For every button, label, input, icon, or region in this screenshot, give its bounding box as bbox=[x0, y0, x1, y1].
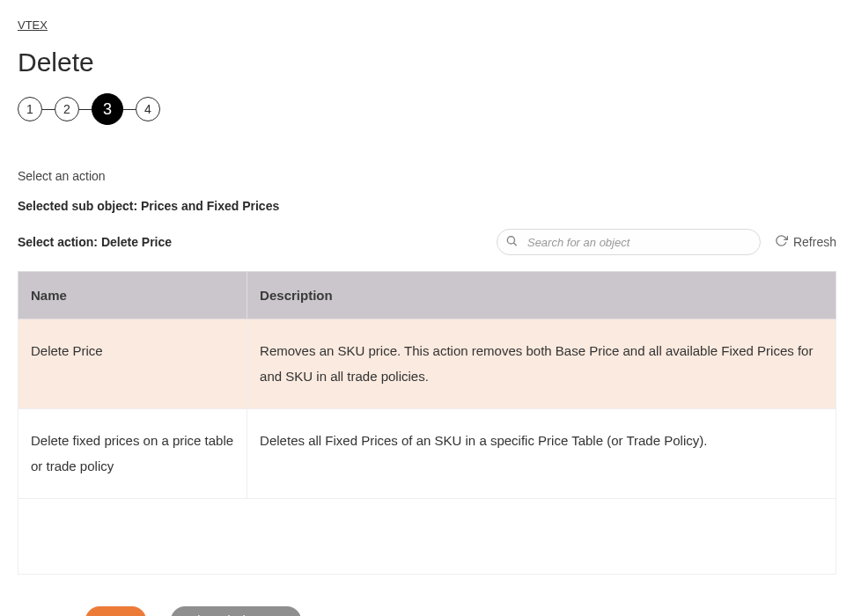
back-button[interactable]: ‹ Back bbox=[23, 613, 61, 617]
refresh-button[interactable]: Refresh bbox=[775, 234, 836, 250]
refresh-icon bbox=[775, 234, 788, 250]
row-description: Deletes all Fixed Prices of an SKU in a … bbox=[247, 409, 836, 499]
selected-sub-object: Selected sub object: Prices and Fixed Pr… bbox=[18, 199, 836, 213]
step-1[interactable]: 1 bbox=[18, 97, 42, 121]
col-header-name: Name bbox=[18, 272, 247, 319]
search-box bbox=[497, 229, 761, 255]
refresh-label: Refresh bbox=[793, 235, 836, 249]
step-4[interactable]: 4 bbox=[136, 97, 160, 121]
back-label: Back bbox=[32, 613, 61, 617]
search-input[interactable] bbox=[497, 229, 761, 255]
col-header-description: Description bbox=[247, 272, 836, 319]
stepper: 1234 bbox=[18, 93, 836, 125]
table-empty-row bbox=[18, 499, 836, 575]
actions-table: Name Description Delete PriceRemoves an … bbox=[18, 271, 836, 575]
step-line bbox=[79, 109, 92, 110]
step-3[interactable]: 3 bbox=[92, 93, 123, 125]
select-action-label: Select an action bbox=[18, 169, 836, 183]
table-row[interactable]: Delete PriceRemoves an SKU price. This a… bbox=[18, 319, 836, 409]
step-line bbox=[123, 109, 136, 110]
step-2[interactable]: 2 bbox=[55, 97, 79, 121]
actions-tbody: Delete PriceRemoves an SKU price. This a… bbox=[18, 319, 836, 575]
next-button[interactable]: Next bbox=[85, 606, 146, 616]
row-name: Delete Price bbox=[18, 319, 247, 409]
step-line bbox=[42, 109, 55, 110]
row-name: Delete fixed prices on a price table or … bbox=[18, 409, 247, 499]
select-action-value: Select action: Delete Price bbox=[18, 235, 172, 249]
page-title: Delete bbox=[18, 48, 836, 77]
discard-button[interactable]: Discard Changes bbox=[171, 606, 300, 616]
table-row[interactable]: Delete fixed prices on a price table or … bbox=[18, 409, 836, 499]
breadcrumb-vtex[interactable]: VTEX bbox=[18, 18, 48, 32]
row-description: Removes an SKU price. This action remove… bbox=[247, 319, 836, 409]
